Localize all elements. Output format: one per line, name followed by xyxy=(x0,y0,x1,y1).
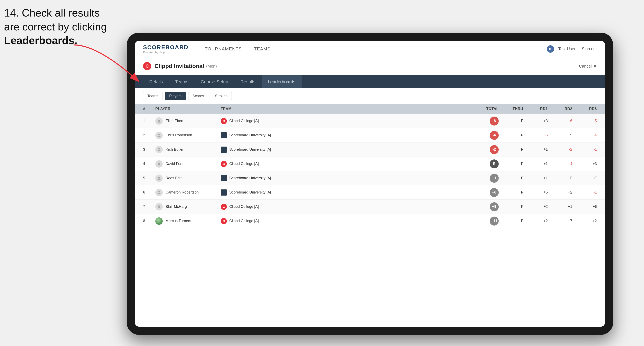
svg-point-6 xyxy=(158,191,160,192)
rd1-val: +1 xyxy=(523,162,548,166)
score-badge: +1 xyxy=(490,174,499,183)
total-cell: +9 xyxy=(470,202,499,211)
thru-val: F xyxy=(499,176,523,180)
team-logo xyxy=(221,132,227,138)
total-cell: -8 xyxy=(470,117,499,126)
table-row: 2 Chris Robertson Scoreboard University … xyxy=(135,128,605,143)
total-cell: -2 xyxy=(470,145,499,154)
team-name: Clippd College [A] xyxy=(229,219,259,223)
user-avatar: TU xyxy=(547,45,554,53)
svg-point-3 xyxy=(158,148,160,150)
player-name: David Ford xyxy=(166,162,184,166)
filter-strokes-button[interactable]: Strokes xyxy=(211,92,232,100)
rd2-val: -4 xyxy=(548,162,572,166)
tab-details[interactable]: Details xyxy=(143,75,169,88)
row-rank: 4 xyxy=(143,162,155,166)
player-avatar xyxy=(155,160,163,168)
table-row: 3 Rich Butler Scoreboard University [A] … xyxy=(135,143,605,157)
thru-val: F xyxy=(499,119,523,123)
instruction-block: 14. Check all results are correct by cli… xyxy=(4,6,107,48)
rd2-val: E xyxy=(548,176,572,180)
player-avatar xyxy=(155,203,163,210)
col-rd3: RD3 xyxy=(572,107,597,111)
col-team: TEAM xyxy=(221,107,470,111)
row-rank: 8 xyxy=(143,219,155,223)
player-cell: Elliot Ebert xyxy=(155,117,221,125)
close-icon: ✕ xyxy=(593,64,597,69)
cancel-button[interactable]: Cancel ✕ xyxy=(579,64,597,69)
filter-players-button[interactable]: Players xyxy=(165,92,186,100)
rd1-val: -5 xyxy=(523,133,548,137)
team-logo: C xyxy=(221,161,227,167)
nav-teams[interactable]: TEAMS xyxy=(254,45,270,53)
total-cell: +1 xyxy=(470,174,499,183)
thru-val: F xyxy=(499,190,523,194)
device-frame: SCOREBOARD Powered by clippd TOURNAMENTS… xyxy=(127,33,613,335)
table-row: 8 Marcus Turners C Clippd College [A] +1… xyxy=(135,214,605,228)
team-logo: C xyxy=(221,218,227,224)
rd3-val: +6 xyxy=(572,204,597,209)
table-row: 7 Blair McHarg C Clippd College [A] +9 F… xyxy=(135,200,605,214)
table-row: 1 Elliot Ebert C Clippd College [A] -8 F… xyxy=(135,114,605,128)
tab-results[interactable]: Results xyxy=(234,75,262,88)
player-name: Rees Britt xyxy=(166,176,182,180)
rd3-val: E xyxy=(572,176,597,180)
row-rank: 3 xyxy=(143,147,155,152)
row-rank: 2 xyxy=(143,133,155,137)
team-logo: C xyxy=(221,204,227,210)
player-name: Cameron Robertson xyxy=(166,190,199,194)
score-badge: +11 xyxy=(490,217,499,226)
score-badge: E xyxy=(490,160,499,169)
team-logo xyxy=(221,175,227,181)
score-badge: +6 xyxy=(490,188,499,197)
player-name: Marcus Turners xyxy=(166,219,191,223)
tournament-badge: (Men) xyxy=(206,64,217,69)
team-cell: C Clippd College [A] xyxy=(221,118,470,124)
instruction-line2: are correct by clicking xyxy=(4,21,107,33)
rd2-val: -2 xyxy=(548,147,572,152)
table-row: 5 Rees Britt Scoreboard University [A] +… xyxy=(135,171,605,185)
team-cell: Scoreboard University [A] xyxy=(221,175,470,181)
team-name: Scoreboard University [A] xyxy=(229,176,271,180)
col-rd2: RD2 xyxy=(548,107,572,111)
team-logo xyxy=(221,147,227,153)
nav-signout-link[interactable]: Sign out xyxy=(582,46,597,51)
rd1-val: +1 xyxy=(523,147,548,152)
score-badge: +9 xyxy=(490,202,499,211)
total-cell: +6 xyxy=(470,188,499,197)
player-cell: Blair McHarg xyxy=(155,203,221,210)
filter-teams-button[interactable]: Teams xyxy=(143,92,162,100)
svg-point-7 xyxy=(158,205,160,207)
tab-teams[interactable]: Teams xyxy=(169,75,194,88)
tab-course-setup[interactable]: Course Setup xyxy=(194,75,234,88)
rd2-val: +1 xyxy=(548,204,572,209)
player-cell: David Ford xyxy=(155,160,221,168)
player-avatar xyxy=(155,132,163,139)
col-thru: THRU xyxy=(499,107,523,111)
logo-sub: Powered by clippd xyxy=(143,51,188,54)
rd1-val: +3 xyxy=(523,119,548,123)
player-cell: Cameron Robertson xyxy=(155,189,221,196)
team-name: Scoreboard University [A] xyxy=(229,147,271,152)
rd2-val: +2 xyxy=(548,190,572,194)
rd3-val: +2 xyxy=(572,219,597,223)
tournament-name: Clippd Invitational xyxy=(154,63,204,69)
score-badge: -8 xyxy=(490,117,499,126)
instruction-line1: 14. Check all results xyxy=(4,7,100,19)
nav-tournaments[interactable]: TOURNAMENTS xyxy=(205,45,242,53)
team-cell: Scoreboard University [A] xyxy=(221,132,470,138)
rd3-val: -1 xyxy=(572,147,597,152)
leaderboard-table: # PLAYER TEAM TOTAL THRU RD1 RD2 RD3 1 E… xyxy=(135,104,605,327)
thru-val: F xyxy=(499,147,523,152)
total-cell: -4 xyxy=(470,131,499,140)
team-cell: C Clippd College [A] xyxy=(221,218,470,224)
col-total: TOTAL xyxy=(470,107,499,111)
rd3-val: -5 xyxy=(572,119,597,123)
col-rd1: RD1 xyxy=(523,107,548,111)
team-name: Scoreboard University [A] xyxy=(229,190,271,194)
thru-val: F xyxy=(499,133,523,137)
filter-scores-button[interactable]: Scores xyxy=(188,92,208,100)
rd2-val: +7 xyxy=(548,219,572,223)
tab-leaderboards[interactable]: Leaderboards xyxy=(262,75,302,88)
team-cell: C Clippd College [A] xyxy=(221,161,470,167)
